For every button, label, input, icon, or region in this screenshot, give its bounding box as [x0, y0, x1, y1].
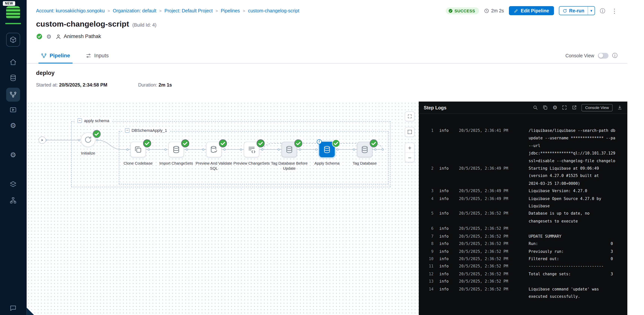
node-card-database-check[interactable]	[206, 142, 222, 157]
breadcrumb-link[interactable]: custom-changelog-script	[248, 8, 299, 13]
sidebar-item-executions[interactable]	[6, 105, 20, 115]
log-timestamp	[459, 218, 516, 225]
user-icon	[55, 33, 61, 40]
sidebar-item-databases[interactable]	[6, 73, 20, 83]
log-level: info	[439, 127, 452, 134]
console-view-toggle[interactable]	[598, 52, 608, 58]
rerun-button[interactable]: Re-run ▾	[559, 6, 595, 15]
collapse-icon[interactable]: −	[125, 128, 130, 133]
node-card-changesets[interactable]	[244, 142, 260, 157]
log-message: executed successfully.	[528, 293, 627, 300]
log-line-number: 10	[419, 255, 434, 263]
log-line-number: 3	[419, 187, 434, 195]
log-line: --url	[419, 142, 627, 150]
info-icon[interactable]: ⓘ	[600, 8, 605, 13]
log-line-number	[419, 293, 434, 300]
log-level: info	[439, 248, 452, 255]
node-success-badge	[181, 139, 186, 144]
pipeline-start-node[interactable]	[38, 136, 46, 144]
sidebar-item-triggers[interactable]: ⚙	[6, 120, 20, 130]
breadcrumb-link[interactable]: Organization: default	[113, 8, 156, 13]
log-line: 1info20/5/2025, 2:36:41 PM/liquibase/liq…	[419, 127, 627, 134]
canvas-select-button[interactable]	[405, 127, 415, 137]
log-download-button[interactable]	[617, 105, 622, 110]
log-search-button[interactable]	[533, 105, 538, 110]
kebab-menu-icon[interactable]: ⋮	[610, 8, 619, 14]
page-title: custom-changelog-script	[36, 20, 129, 29]
stage-meta: Started at: 20/5/2025, 2:34:58 PM Durati…	[36, 82, 172, 87]
log-line-number	[419, 180, 434, 187]
refresh-icon	[562, 8, 567, 13]
step-logs-panel: Step Logs ⚙ Cons	[419, 102, 627, 315]
info-icon[interactable]: ⓘ	[612, 53, 618, 58]
zoom-in-button[interactable]: +	[405, 143, 414, 153]
breadcrumb-separator-icon: >	[216, 8, 218, 13]
log-message: Liquibase Open Source 4.27.0 by	[528, 195, 627, 202]
log-timestamp	[459, 150, 516, 157]
breadcrumb-link[interactable]: Project: Default Project	[164, 8, 212, 13]
sidebar-item-environments[interactable]	[6, 180, 20, 189]
tab-inputs[interactable]: Inputs	[83, 48, 111, 63]
node-card-sync[interactable]	[81, 132, 96, 147]
log-message	[528, 278, 627, 285]
node-card-database[interactable]	[357, 142, 372, 157]
log-open-new-tab-button[interactable]	[572, 105, 577, 110]
tab-pipeline[interactable]: Pipeline	[38, 48, 72, 63]
log-console-view-button[interactable]: Console View	[582, 104, 612, 111]
started-label: Started at:	[36, 82, 58, 87]
log-timestamp: 20/5/2025, 2:36:49 PM	[459, 164, 516, 172]
log-level: info	[439, 270, 452, 278]
breadcrumb: Account: kurosakiichigo.songoku>Organiza…	[36, 8, 446, 13]
success-check-icon	[370, 139, 378, 148]
sidebar-item-home[interactable]	[6, 57, 20, 67]
log-line: 6info20/5/2025, 2:36:52 PM	[419, 225, 627, 232]
node-card-database[interactable]: i	[319, 142, 335, 157]
canvas-fullscreen-button[interactable]	[405, 112, 415, 121]
title-row: custom-changelog-script (Build Id: 4)	[36, 20, 156, 29]
sync-icon	[84, 136, 92, 144]
node-card-database[interactable]	[282, 142, 297, 157]
log-message: update --username ************** --pa	[528, 134, 627, 142]
log-level	[439, 172, 452, 180]
log-fullscreen-button[interactable]	[562, 105, 567, 110]
breadcrumb-link[interactable]: Account: kurosakiichigo.songoku	[36, 8, 105, 13]
play-icon	[41, 138, 44, 142]
database-icon	[172, 146, 180, 154]
sidebar-item-settings[interactable]: ⚙	[6, 150, 20, 160]
sidebar-item-modules[interactable]	[6, 33, 20, 47]
log-copy-button[interactable]	[543, 105, 548, 110]
collapse-icon[interactable]: −	[77, 118, 82, 123]
node-card-database[interactable]	[168, 142, 184, 157]
log-line-number	[419, 157, 434, 164]
log-line: 5info20/5/2025, 2:36:52 PMDatabase is up…	[419, 210, 627, 218]
log-message: 2024-03-25 17:08+0000)	[528, 180, 627, 187]
sidebar-item-hierarchy[interactable]	[6, 195, 20, 205]
node-success-badge	[370, 139, 375, 144]
breadcrumb-separator-icon: >	[243, 8, 245, 13]
log-timestamp	[459, 172, 516, 180]
database-icon	[9, 74, 17, 82]
log-timestamp	[459, 180, 516, 187]
breadcrumb-link[interactable]: Pipelines	[221, 8, 240, 13]
log-line: 13info20/5/2025, 2:36:52 PM	[419, 278, 627, 285]
group-label: − DBSchemaApply_1	[123, 128, 169, 133]
log-timestamp: 20/5/2025, 2:36:52 PM	[459, 263, 516, 270]
log-settings-button[interactable]: ⚙	[552, 105, 557, 110]
sidebar-item-help[interactable]	[6, 303, 20, 313]
toggle-knob	[599, 53, 603, 58]
edit-pipeline-button[interactable]: Edit Pipeline	[509, 6, 554, 15]
log-message: Run: 0	[528, 240, 627, 248]
success-check-icon	[92, 130, 101, 138]
log-body[interactable]: 1info20/5/2025, 2:36:41 PM/liquibase/liq…	[419, 114, 627, 315]
canvas-corner-handle[interactable]	[26, 308, 34, 315]
rerun-main[interactable]: Re-run	[559, 6, 588, 15]
pipeline-node: iApply Schema	[308, 142, 346, 166]
log-level: info	[439, 232, 452, 240]
gear-icon[interactable]: ⚙	[46, 34, 51, 39]
sidebar-item-pipelines[interactable]	[6, 88, 20, 102]
zoom-out-button[interactable]: −	[405, 153, 414, 163]
pipeline-canvas[interactable]: − apply schema − DBSchemaApply_1 Init	[26, 102, 419, 315]
rerun-dropdown-caret[interactable]: ▾	[588, 6, 594, 15]
node-card-clone[interactable]	[130, 142, 146, 157]
log-level: info	[439, 225, 452, 232]
